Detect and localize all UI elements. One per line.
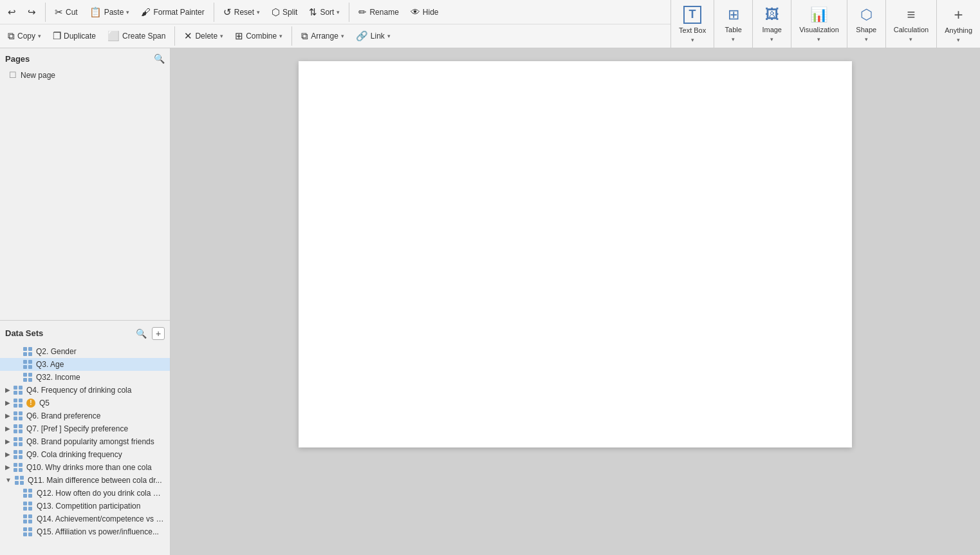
hide-icon: 👁: [411, 6, 420, 17]
svg-rect-43: [20, 481, 24, 485]
svg-rect-10: [23, 378, 27, 382]
svg-rect-47: [28, 494, 32, 498]
svg-rect-3: [28, 352, 32, 356]
svg-rect-19: [19, 404, 23, 408]
svg-rect-0: [23, 347, 27, 351]
svg-rect-54: [23, 520, 27, 523]
pages-search-icon[interactable]: 🔍: [154, 53, 165, 64]
datasets-list: Q2. Gender Q3. Age Q32. Income: [0, 344, 170, 556]
list-item[interactable]: Q13. Competition participation: [0, 500, 170, 513]
insert-textbox-button[interactable]: T Text Box ▾: [671, 0, 714, 48]
shape-arrow: ▾: [865, 36, 868, 42]
split-button[interactable]: ⬡ Split: [266, 4, 302, 21]
create-span-label: Create Span: [122, 32, 165, 41]
insert-shape-button[interactable]: ⬡ Shape ▾: [847, 0, 886, 48]
split-label: Split: [282, 8, 297, 17]
hide-button[interactable]: 👁 Hide: [405, 4, 444, 20]
list-item[interactable]: Q12. How often do you drink cola wi...: [0, 487, 170, 500]
list-item[interactable]: Q2. Gender: [0, 345, 170, 358]
dataset-item-label: Q4. Frequency of drinking cola: [26, 386, 131, 395]
datasets-search-button[interactable]: 🔍: [134, 327, 148, 340]
calculation-arrow: ▾: [909, 36, 912, 42]
expand-arrow: ▼: [5, 476, 12, 484]
link-button[interactable]: 🔗 Link ▾: [351, 28, 396, 44]
visualization-label: Visualization: [799, 26, 839, 33]
datasets-add-button[interactable]: +: [152, 327, 165, 340]
expand-arrow: ▶: [5, 412, 10, 419]
svg-rect-42: [15, 481, 19, 485]
sort-button[interactable]: ⇅ Sort ▾: [304, 4, 345, 21]
rename-button[interactable]: ✏ Rename: [353, 4, 403, 21]
group-icon: [14, 437, 23, 446]
arrange-label: Arrange: [311, 32, 338, 41]
svg-rect-4: [23, 360, 27, 364]
table-arrow: ▾: [732, 36, 735, 42]
insert-image-button[interactable]: 🖼 Image ▾: [753, 0, 791, 48]
sep4: [174, 26, 175, 46]
svg-rect-30: [14, 442, 17, 446]
redo-button[interactable]: ↪: [23, 4, 41, 21]
reset-icon: ↺: [223, 6, 232, 18]
svg-rect-26: [14, 429, 17, 433]
toolbar: ↩ ↪ ✂ Cut 📋 Paste ▾ 🖌 Format Painter ↺: [0, 0, 980, 48]
main-layout: Pages 🔍 ☐ New page Data Sets 🔍 +: [0, 48, 980, 555]
paste-button[interactable]: 📋 Paste ▾: [84, 4, 135, 21]
svg-rect-2: [23, 352, 27, 356]
list-item[interactable]: Q14. Achievement/competence vs aff...: [0, 513, 170, 525]
delete-button[interactable]: ✕ Delete ▾: [179, 28, 228, 44]
arrange-button[interactable]: ⧉ Arrange ▾: [296, 28, 349, 44]
pages-section: Pages 🔍 ☐ New page: [0, 48, 170, 85]
sep3: [349, 3, 349, 22]
expand-arrow: ▶: [5, 451, 10, 458]
expand-arrow: ▶: [5, 386, 10, 393]
cut-button[interactable]: ✂ Cut: [50, 4, 83, 21]
svg-rect-21: [19, 411, 23, 415]
sub-icon: [23, 502, 32, 511]
page-canvas: [299, 61, 852, 447]
table-label: Table: [725, 26, 742, 33]
sort-arrow: ▾: [337, 9, 340, 15]
svg-rect-48: [23, 502, 27, 505]
dataset-item-label: Q15. Affiliation vs power/influence...: [37, 527, 159, 536]
list-item[interactable]: ▶ Q4. Frequency of drinking cola: [0, 384, 170, 397]
insert-calculation-button[interactable]: ≡ Calculation ▾: [886, 0, 937, 48]
shape-big-icon: ⬡: [860, 6, 873, 23]
svg-rect-22: [14, 417, 17, 420]
svg-rect-41: [20, 476, 24, 480]
list-item[interactable]: ▶ Q10. Why drinks more than one cola: [0, 461, 170, 474]
insert-table-button[interactable]: ⊞ Table ▾: [714, 0, 753, 48]
format-painter-button[interactable]: 🖌 Format Painter: [136, 4, 209, 20]
paste-icon: 📋: [89, 6, 102, 18]
list-item[interactable]: ▶ Q8. Brand popularity amongst friends: [0, 435, 170, 448]
link-label: Link: [371, 32, 385, 41]
list-item[interactable]: Q15. Affiliation vs power/influence...: [0, 525, 170, 538]
svg-rect-6: [23, 365, 27, 369]
insert-anything-button[interactable]: + Anything ▾: [937, 0, 980, 48]
list-item[interactable]: Q32. Income: [0, 371, 170, 384]
rename-icon: ✏: [358, 6, 367, 18]
reset-button[interactable]: ↺ Reset ▾: [218, 4, 265, 21]
list-item[interactable]: ▼ Q11. Main difference between cola dr..…: [0, 474, 170, 487]
datasets-title: Data Sets: [5, 328, 43, 338]
combine-button[interactable]: ⊞ Combine ▾: [230, 28, 288, 44]
list-item[interactable]: Q3. Age: [0, 358, 170, 371]
undo-button[interactable]: ↩: [3, 4, 21, 21]
list-item[interactable]: ▶ Q6. Brand preference: [0, 409, 170, 422]
toolbar-row-2: ⧉ Copy ▾ ❐ Duplicate ⬜ Create Span ✕ Del…: [0, 24, 670, 48]
list-item[interactable]: ▶ Q7. [Pref ] Specify preference: [0, 422, 170, 435]
insert-visualization-button[interactable]: 📊 Visualization ▾: [791, 0, 847, 48]
svg-rect-51: [28, 507, 32, 511]
sep2: [214, 3, 214, 22]
create-span-button[interactable]: ⬜ Create Span: [102, 28, 171, 44]
list-item[interactable]: ▶ ! Q5: [0, 397, 170, 409]
undo-icon: ↩: [8, 6, 16, 18]
svg-rect-13: [19, 386, 23, 390]
expand-arrow: ▶: [5, 438, 10, 445]
cut-icon: ✂: [55, 6, 63, 18]
duplicate-button[interactable]: ❐ Duplicate: [48, 28, 101, 44]
svg-rect-40: [15, 476, 19, 480]
list-item[interactable]: ▶ Q9. Cola drinking frequency: [0, 448, 170, 461]
group-icon: [14, 424, 23, 433]
page-item-new[interactable]: ☐ New page: [5, 68, 165, 82]
copy-button[interactable]: ⧉ Copy ▾: [3, 28, 46, 44]
